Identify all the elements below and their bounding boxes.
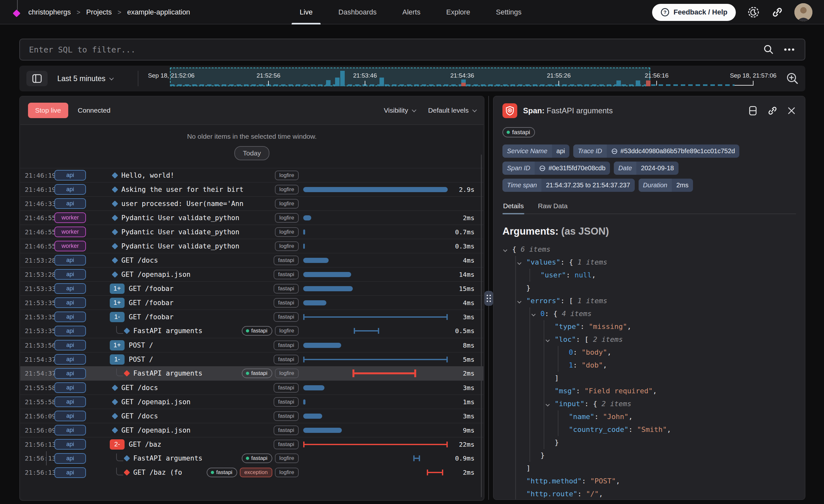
trace-row[interactable]: 21:53:35api1-GET /foobarfastapi3ms <box>20 310 484 324</box>
close-icon[interactable] <box>787 106 796 115</box>
trace-row[interactable]: 21:46:55workerPydantic User validate_pyt… <box>20 210 484 225</box>
avatar[interactable] <box>794 3 812 21</box>
share-link-button[interactable] <box>771 6 784 18</box>
trace-row[interactable]: 21:55:58apiGET /openapi.jsonfastapi1ms <box>20 395 484 409</box>
nav-tab-dashboards[interactable]: Dashboards <box>330 0 385 24</box>
today-button[interactable]: Today <box>234 146 269 160</box>
trace-row[interactable]: 21:54:37api1-POST /fastapi5ms <box>20 352 484 366</box>
metadata-chip-date[interactable]: Date2024-09-18 <box>614 162 679 175</box>
trace-row[interactable]: 21:56:13apiFastAPI argumentsfastapilogfi… <box>20 451 484 466</box>
panel-resize-handle[interactable] <box>485 291 493 306</box>
trace-row[interactable]: 21:53:33api1+GET /foobarfastapi15ms <box>20 281 484 295</box>
child-count-badge[interactable]: 1- <box>110 355 124 365</box>
histogram-bar <box>646 81 650 86</box>
trace-row[interactable]: 21:46:55workerPydantic User validate_pyt… <box>20 225 484 239</box>
api-tag[interactable]: api <box>55 397 86 407</box>
trace-row[interactable]: 21:46:33apiuser processed: User(name='An… <box>20 196 484 210</box>
api-tag[interactable]: api <box>55 425 86 435</box>
api-tag[interactable]: api <box>55 340 86 350</box>
api-tag[interactable]: api <box>55 382 86 393</box>
breadcrumb-item[interactable]: example-application <box>127 8 190 16</box>
trace-row[interactable]: 21:53:56api1+POST /fastapi8ms <box>20 338 484 352</box>
trace-row[interactable]: 21:53:28apiGET /openapi.jsonfastapi14ms <box>20 267 484 281</box>
timeline-selection[interactable] <box>170 68 650 86</box>
api-tag[interactable]: api <box>55 198 86 209</box>
trace-row[interactable]: 21:56:13api2-GET /bazfastapi22ms <box>20 437 484 451</box>
trace-row[interactable]: 21:46:19apiAsking the user for their bir… <box>20 182 484 196</box>
breadcrumb-item[interactable]: christophergs <box>28 8 71 16</box>
trace-row[interactable]: 21:55:58apiGET /docsfastapi3ms <box>20 380 484 395</box>
sql-filter-input[interactable] <box>20 45 763 55</box>
api-tag[interactable]: api <box>55 170 86 181</box>
trace-row[interactable]: 21:56:09apiGET /openapi.jsonfastapi9ms <box>20 423 484 437</box>
collapse-caret-icon[interactable] <box>517 299 521 303</box>
api-tag[interactable]: api <box>55 184 86 195</box>
worker-tag[interactable]: worker <box>55 241 86 251</box>
child-count-badge[interactable]: 1+ <box>110 340 124 350</box>
tab-raw-data[interactable]: Raw Data <box>537 202 568 214</box>
more-options-icon[interactable] <box>784 47 795 52</box>
api-tag[interactable]: api <box>55 354 86 365</box>
scrollbar[interactable] <box>481 155 482 497</box>
api-tag[interactable]: api <box>55 453 86 464</box>
child-count-badge[interactable]: 1- <box>110 312 124 322</box>
metadata-chip-trace-id[interactable]: Trace ID#53ddc40980a86b57bfe89c1cc01c752… <box>573 144 739 158</box>
dock-panel-icon[interactable] <box>748 106 758 116</box>
trace-row-message: Asking the user for their birt <box>121 186 243 193</box>
tab-details[interactable]: Details <box>502 202 524 214</box>
metadata-chip-duration[interactable]: Duration2ms <box>639 179 693 192</box>
trace-row[interactable]: 21:56:13apiGET /baz (fofastapiexceptionl… <box>20 466 484 480</box>
child-count-badge[interactable]: 1+ <box>110 284 124 294</box>
api-tag[interactable]: api <box>55 439 86 449</box>
nav-tab-alerts[interactable]: Alerts <box>394 0 428 24</box>
trace-row[interactable]: 21:56:09apiGET /docsfastapi3ms <box>20 409 484 423</box>
metadata-chip-span-id[interactable]: Span ID#0e31f5fd70e08cdb <box>502 162 610 175</box>
feedback-help-button[interactable]: ? Feedback / Help <box>652 4 736 21</box>
copy-link-icon[interactable] <box>767 105 778 116</box>
time-range-dropdown[interactable]: Last 5 minutes <box>57 66 113 91</box>
logfire-logo-icon[interactable] <box>13 4 22 20</box>
metadata-chip-time-span[interactable]: Time span21:54:37.235 to 21:54:37.237 <box>502 179 635 192</box>
worker-tag[interactable]: worker <box>55 212 86 223</box>
stop-live-button[interactable]: Stop live <box>28 103 68 118</box>
zoom-in-button[interactable] <box>785 72 800 87</box>
default-levels-dropdown[interactable]: Default levels <box>428 107 476 114</box>
nav-tab-settings[interactable]: Settings <box>488 0 530 24</box>
child-count-badge[interactable]: 1+ <box>110 298 124 308</box>
child-count-badge[interactable]: 2- <box>110 439 124 449</box>
collapse-caret-icon[interactable] <box>503 248 507 252</box>
api-tag[interactable]: api <box>55 467 86 478</box>
fastapi-tag[interactable]: fastapi <box>502 127 535 137</box>
api-tag[interactable]: api <box>55 297 86 308</box>
visibility-dropdown[interactable]: Visibility <box>384 107 415 114</box>
api-tag[interactable]: api <box>55 368 86 379</box>
collapse-caret-icon[interactable] <box>517 261 521 265</box>
trace-row[interactable]: 21:54:37apiFastAPI argumentsfastapilogfi… <box>20 366 484 380</box>
api-tag[interactable]: api <box>55 255 86 266</box>
trace-row[interactable]: 21:53:35apiFastAPI argumentsfastapilogfi… <box>20 324 484 338</box>
api-tag[interactable]: api <box>55 326 86 336</box>
trace-row[interactable]: 21:46:55workerPydantic User validate_pyt… <box>20 239 484 253</box>
trace-row[interactable]: 21:46:19apiHello, world!logfire <box>20 168 484 182</box>
timeline-histogram[interactable]: Sep 18, 21:52:0621:52:5621:53:4621:54:36… <box>142 66 786 91</box>
api-tag[interactable]: api <box>55 283 86 294</box>
trace-row-message: FastAPI arguments <box>133 370 202 377</box>
api-tag[interactable]: api <box>55 411 86 421</box>
sidebar-toggle-button[interactable] <box>26 71 47 86</box>
tree-elbow-connector <box>116 453 123 461</box>
collapse-caret-icon[interactable] <box>545 402 550 406</box>
metadata-chip-service-name[interactable]: Service Nameapi <box>502 144 570 158</box>
trace-row-main: 1-GET /foobarfastapi <box>90 312 303 322</box>
breadcrumb-item[interactable]: Projects <box>86 8 112 16</box>
theme-toggle-button[interactable] <box>747 5 760 19</box>
collapse-caret-icon[interactable] <box>531 312 536 316</box>
trace-row[interactable]: 21:53:35api1+GET /foobarfastapi4ms <box>20 295 484 310</box>
nav-tab-explore[interactable]: Explore <box>438 0 478 24</box>
api-tag[interactable]: api <box>55 269 86 280</box>
search-icon[interactable] <box>763 44 775 56</box>
worker-tag[interactable]: worker <box>55 226 86 237</box>
api-tag[interactable]: api <box>55 312 86 322</box>
nav-tab-live[interactable]: Live <box>292 0 321 24</box>
collapse-caret-icon[interactable] <box>545 338 550 342</box>
trace-row[interactable]: 21:53:28apiGET /docsfastapi4ms <box>20 253 484 267</box>
